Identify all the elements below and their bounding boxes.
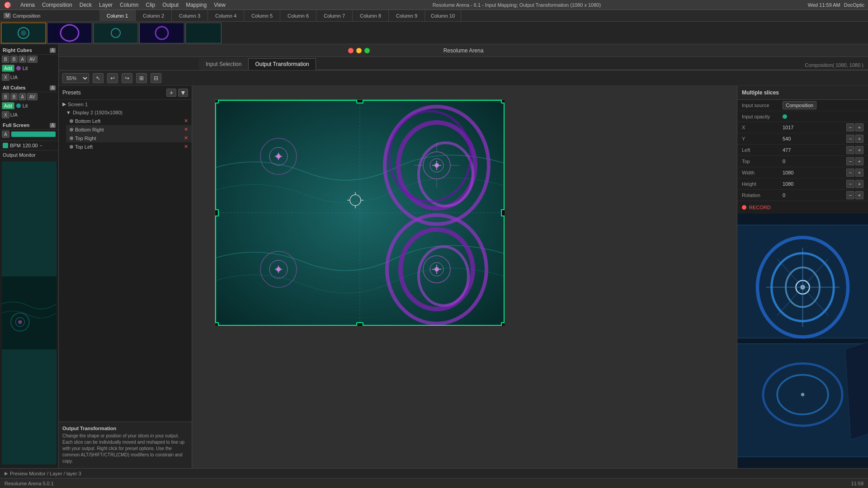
add-preset-btn[interactable]: +: [166, 89, 176, 97]
x-plus[interactable]: +: [855, 123, 863, 131]
menu-deck[interactable]: Deck: [80, 2, 92, 8]
top-plus[interactable]: +: [855, 157, 863, 165]
main-area: Right Cubes A B B A AV Add Lit X LIA All…: [0, 44, 868, 468]
menu-clip[interactable]: Clip: [146, 2, 155, 8]
btn-b2[interactable]: B: [10, 56, 18, 63]
height-minus[interactable]: −: [846, 180, 854, 188]
redo-btn[interactable]: ↪: [122, 73, 132, 83]
preset-remove-3[interactable]: ✕: [184, 144, 188, 150]
preset-options-btn[interactable]: ▼: [178, 89, 188, 97]
btn-b3[interactable]: B: [2, 93, 9, 100]
prop-input-source: Input source Composition: [737, 100, 868, 111]
width-value[interactable]: 1080: [783, 170, 846, 175]
undo-btn[interactable]: ↩: [107, 73, 118, 83]
menu-view[interactable]: View: [214, 2, 226, 8]
lia-label: LIA: [10, 75, 18, 80]
rotation-minus[interactable]: −: [846, 191, 854, 199]
bpm-minus[interactable]: −: [40, 143, 42, 148]
width-minus[interactable]: −: [846, 169, 854, 177]
height-plus[interactable]: +: [855, 180, 863, 188]
top-minus[interactable]: −: [846, 157, 854, 165]
y-value[interactable]: 540: [783, 136, 846, 141]
top-value[interactable]: 0: [783, 159, 846, 164]
menu-output[interactable]: Output: [162, 2, 179, 8]
minimize-button[interactable]: [356, 48, 362, 53]
height-value[interactable]: 1080: [783, 181, 846, 187]
btn-a-all[interactable]: A: [19, 93, 26, 100]
menu-composition[interactable]: Composition: [42, 2, 72, 8]
content-row: Presets + ▼ ▶ Screen 1 ▼ Display 2 (19: [59, 86, 868, 468]
col-tab-6[interactable]: Column 6: [280, 10, 316, 22]
btn-x2[interactable]: X: [2, 111, 9, 118]
preset-remove-0[interactable]: ✕: [184, 118, 188, 124]
tab-output-transformation[interactable]: Output Transformation: [248, 58, 316, 70]
output-canvas[interactable]: [215, 99, 504, 325]
bpm-value[interactable]: 120.00: [23, 143, 38, 148]
maximize-button[interactable]: [364, 48, 370, 53]
btn-add-all[interactable]: Add: [2, 102, 14, 109]
all-cubes-badge: A: [50, 85, 56, 90]
menu-arena[interactable]: Arena: [20, 2, 35, 8]
preset-name-0: Bottom Left: [75, 118, 100, 124]
thumb-3[interactable]: [93, 23, 138, 43]
col-tab-7[interactable]: Column 7: [316, 10, 353, 22]
width-plus[interactable]: +: [855, 169, 863, 177]
preset-remove-1[interactable]: ✕: [184, 127, 188, 132]
btn-av2[interactable]: AV: [27, 93, 38, 100]
record-label[interactable]: RECORD: [749, 205, 771, 210]
x-value[interactable]: 1017: [783, 125, 846, 130]
canvas-area[interactable]: [192, 86, 737, 468]
col-tab-4[interactable]: Column 4: [208, 10, 244, 22]
menu-column[interactable]: Column: [120, 2, 138, 8]
btn-a-fs[interactable]: A: [2, 131, 9, 138]
grid-btn-1[interactable]: ⊞: [136, 73, 147, 83]
cursor-tool[interactable]: ↖: [93, 73, 104, 83]
preset-remove-2[interactable]: ✕: [184, 135, 188, 141]
btn-av1[interactable]: AV: [27, 56, 38, 63]
btn-b4[interactable]: B: [10, 93, 18, 100]
thumb-5[interactable]: [185, 23, 222, 43]
y-plus[interactable]: +: [855, 135, 863, 143]
rotation-plus[interactable]: +: [855, 191, 863, 199]
display-group-header[interactable]: ▼ Display 2 (868x488): [62, 108, 192, 117]
menu-layer[interactable]: Layer: [99, 2, 113, 8]
col-tab-10[interactable]: Column 10: [425, 10, 461, 22]
left-minus[interactable]: −: [846, 146, 854, 154]
col-tab-2[interactable]: Column 2: [136, 10, 172, 22]
tab-input-selection[interactable]: Input Selection: [199, 58, 248, 70]
col-tab-5[interactable]: Column 5: [244, 10, 280, 22]
preset-top-right[interactable]: Top Right ✕: [66, 134, 192, 142]
btn-add-right[interactable]: Add: [2, 65, 14, 72]
left-plus[interactable]: +: [855, 146, 863, 154]
x-minus[interactable]: −: [846, 123, 854, 131]
preview-arrow[interactable]: ▶: [5, 471, 8, 476]
col-tab-1[interactable]: Column 1: [99, 10, 136, 22]
bpm-row: BPM 120.00 −: [0, 141, 58, 150]
preset-tree: ▶ Screen 1 ▼ Display 2 (868x488) Botto…: [59, 100, 192, 422]
prop-y: Y 540 − +: [737, 133, 868, 145]
thumb-1[interactable]: [1, 23, 46, 43]
col-tab-8[interactable]: Column 8: [353, 10, 389, 22]
screen1-group[interactable]: ▶ Screen 1: [59, 100, 192, 108]
left-value[interactable]: 477: [783, 147, 846, 153]
col-tab-9[interactable]: Column 9: [389, 10, 425, 22]
rotation-value[interactable]: 0: [783, 192, 846, 198]
preset-bottom-left[interactable]: Bottom Left ✕: [66, 117, 192, 125]
btn-b[interactable]: B: [2, 56, 9, 63]
full-screen-title: Full Screen: [3, 122, 29, 128]
btn-x[interactable]: X: [2, 74, 9, 81]
menu-mapping[interactable]: Mapping: [186, 2, 207, 8]
prop-height: Height 1080 − +: [737, 178, 868, 190]
zoom-select[interactable]: 55% 25% 50% 75% 100%: [62, 73, 89, 83]
col-tab-3[interactable]: Column 3: [172, 10, 208, 22]
grid-btn-2[interactable]: ⊟: [151, 73, 161, 83]
close-button[interactable]: [348, 48, 354, 53]
preset-bottom-right[interactable]: Bottom Right ✕: [66, 125, 192, 134]
input-source-value[interactable]: Composition: [783, 101, 816, 109]
window-controls: [348, 48, 370, 53]
preset-top-left[interactable]: Top Left ✕: [66, 142, 192, 151]
y-minus[interactable]: −: [846, 135, 854, 143]
thumb-2[interactable]: [47, 23, 92, 43]
thumb-4[interactable]: [139, 23, 184, 43]
btn-a-right[interactable]: A: [19, 56, 26, 63]
